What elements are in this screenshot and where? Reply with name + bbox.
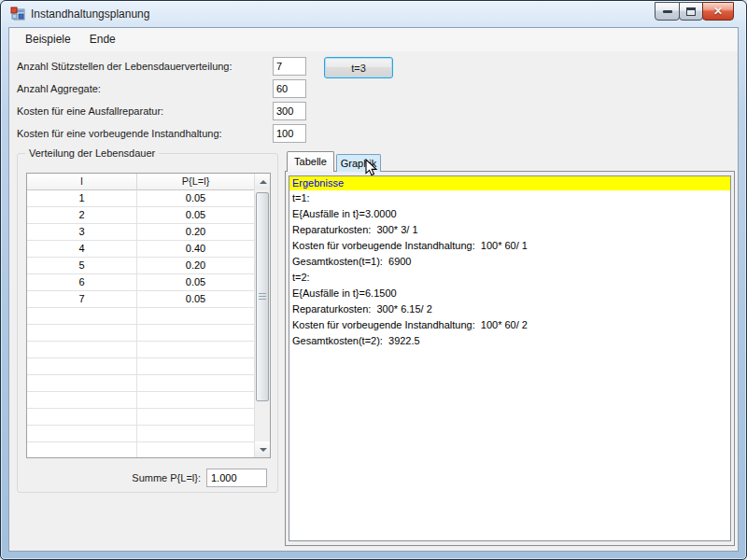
cell-l[interactable]: 2 xyxy=(27,207,137,224)
table-row xyxy=(27,325,254,342)
result-line[interactable]: Gesamtkosten(t=2): 3922.5 xyxy=(289,333,730,349)
param-input[interactable] xyxy=(273,79,306,98)
tab-pane: Ergebnisse t=1:E{Ausfälle in t}=3.0000Re… xyxy=(285,171,735,546)
sum-label: Summe P{L=l}: xyxy=(55,472,201,483)
cell-l[interactable] xyxy=(27,325,137,342)
cell-p[interactable] xyxy=(137,392,254,409)
arrow-down-icon xyxy=(260,448,267,452)
cell-l[interactable] xyxy=(27,442,137,458)
table-row xyxy=(27,308,254,325)
table-row: 30.20 xyxy=(27,224,254,241)
cell-p[interactable]: 0.20 xyxy=(137,224,254,241)
groupbox-title: Verteilung der Lebensdauer xyxy=(25,147,159,159)
maximize-button[interactable] xyxy=(679,2,703,21)
cell-p[interactable] xyxy=(137,426,254,442)
param-label: Anzahl Aggregate: xyxy=(17,83,101,94)
window-frame: Instandhaltungsplanung ✕ BeispieleEnde A… xyxy=(0,0,747,560)
table-row: 40.40 xyxy=(27,241,254,258)
table-row: 10.05 xyxy=(27,190,254,207)
result-line[interactable]: Reparaturkosten: 300* 3/ 1 xyxy=(289,222,730,238)
cell-p[interactable] xyxy=(137,325,254,342)
title-bar[interactable]: Instandhaltungsplanung ✕ xyxy=(1,1,746,27)
compute-button[interactable]: t=3 xyxy=(324,57,393,78)
cell-p[interactable]: 0.40 xyxy=(137,241,254,258)
param-label: Kosten für eine Ausfallreparatur: xyxy=(17,105,163,117)
results-header-item[interactable]: Ergebnisse xyxy=(289,176,730,190)
header-cell-p[interactable]: P{L=l} xyxy=(137,174,254,190)
cell-l[interactable]: 4 xyxy=(27,241,137,258)
cell-l[interactable] xyxy=(27,358,137,375)
scroll-thumb[interactable] xyxy=(256,192,269,401)
param-input[interactable] xyxy=(273,102,306,120)
client-area: BeispieleEnde Anzahl Stützstellen der Le… xyxy=(8,27,739,552)
distribution-table: l P{L=l} 10.0520.0530.2040.4050.2060.057… xyxy=(26,173,271,458)
cell-l[interactable]: 3 xyxy=(27,224,137,241)
close-icon: ✕ xyxy=(713,6,723,17)
cell-l[interactable] xyxy=(27,342,137,358)
menu-item-beispiele[interactable]: Beispiele xyxy=(16,28,80,51)
table-row xyxy=(27,409,254,426)
cell-l[interactable]: 5 xyxy=(27,258,137,274)
application-window: Instandhaltungsplanung ✕ BeispieleEnde A… xyxy=(0,0,747,560)
result-line[interactable]: Kosten für vorbeugende Instandhaltung: 1… xyxy=(289,238,730,254)
param-input[interactable] xyxy=(273,57,306,76)
tab-control: Tabelle Graphik Ergebnisse t=1:E{Ausfäll… xyxy=(285,151,735,546)
result-line[interactable]: t=2: xyxy=(289,270,730,286)
cell-l[interactable]: 7 xyxy=(27,291,137,308)
table-row: 20.05 xyxy=(27,207,254,224)
cell-p[interactable]: 0.05 xyxy=(137,207,254,224)
cell-p[interactable] xyxy=(137,409,254,426)
app-icon xyxy=(10,7,25,21)
table-row xyxy=(27,426,254,442)
table-row: 50.20 xyxy=(27,258,254,274)
cell-l[interactable] xyxy=(27,409,137,426)
minimize-icon xyxy=(663,10,672,13)
groupbox-lifetime-distribution: Verteilung der Lebensdauer l P{L=l} 10.0… xyxy=(17,153,278,493)
tab-tabelle[interactable]: Tabelle xyxy=(287,151,334,172)
table-row: 60.05 xyxy=(27,274,254,291)
minimize-button[interactable] xyxy=(655,2,680,21)
table-row: 70.05 xyxy=(27,291,254,308)
close-button[interactable]: ✕ xyxy=(702,2,734,21)
sum-input[interactable] xyxy=(206,469,267,487)
cell-p[interactable]: 0.05 xyxy=(137,291,254,308)
result-line[interactable]: Gesamtkosten(t=1): 6900 xyxy=(289,254,730,270)
table-row xyxy=(27,358,254,375)
result-line[interactable]: Kosten für vorbeugende Instandhaltung: 1… xyxy=(289,317,730,333)
scroll-grip-icon xyxy=(259,293,266,301)
result-line[interactable]: Reparaturkosten: 300* 6.15/ 2 xyxy=(289,301,730,317)
header-cell-l[interactable]: l xyxy=(27,174,137,190)
cell-p[interactable]: 0.20 xyxy=(137,258,254,274)
cell-l[interactable]: 6 xyxy=(27,274,137,291)
cell-l[interactable] xyxy=(27,308,137,325)
arrow-up-icon xyxy=(260,180,267,184)
cell-l[interactable] xyxy=(27,426,137,442)
results-lines: t=1:E{Ausfälle in t}=3.0000Reparaturkost… xyxy=(289,190,730,349)
cell-l[interactable] xyxy=(27,392,137,409)
cell-l[interactable] xyxy=(27,375,137,392)
distribution-table-body: 10.0520.0530.2040.4050.2060.0570.05 xyxy=(27,190,254,457)
scroll-down-button[interactable] xyxy=(255,441,271,457)
table-scrollbar[interactable] xyxy=(254,174,270,457)
menu-bar[interactable]: BeispieleEnde xyxy=(9,28,738,51)
cell-l[interactable]: 1 xyxy=(27,190,137,207)
param-label: Anzahl Stützstellen der Lebensdauerverte… xyxy=(17,61,233,72)
table-header: l P{L=l} xyxy=(27,174,254,190)
cell-p[interactable] xyxy=(137,358,254,375)
mouse-cursor xyxy=(365,159,378,177)
results-listbox: Ergebnisse t=1:E{Ausfälle in t}=3.0000Re… xyxy=(289,175,731,541)
cell-p[interactable]: 0.05 xyxy=(137,190,254,207)
table-row xyxy=(27,392,254,409)
cell-p[interactable] xyxy=(137,375,254,392)
result-line[interactable]: t=1: xyxy=(289,190,730,206)
cell-p[interactable] xyxy=(137,342,254,358)
scroll-up-button[interactable] xyxy=(255,174,271,189)
cell-p[interactable] xyxy=(137,308,254,325)
param-input[interactable] xyxy=(273,124,306,143)
result-line[interactable]: E{Ausfälle in t}=3.0000 xyxy=(289,206,730,222)
cell-p[interactable] xyxy=(137,442,254,458)
table-row xyxy=(27,375,254,392)
menu-item-ende[interactable]: Ende xyxy=(80,28,125,51)
cell-p[interactable]: 0.05 xyxy=(137,274,254,291)
result-line[interactable]: E{Ausfälle in t}=6.1500 xyxy=(289,286,730,301)
